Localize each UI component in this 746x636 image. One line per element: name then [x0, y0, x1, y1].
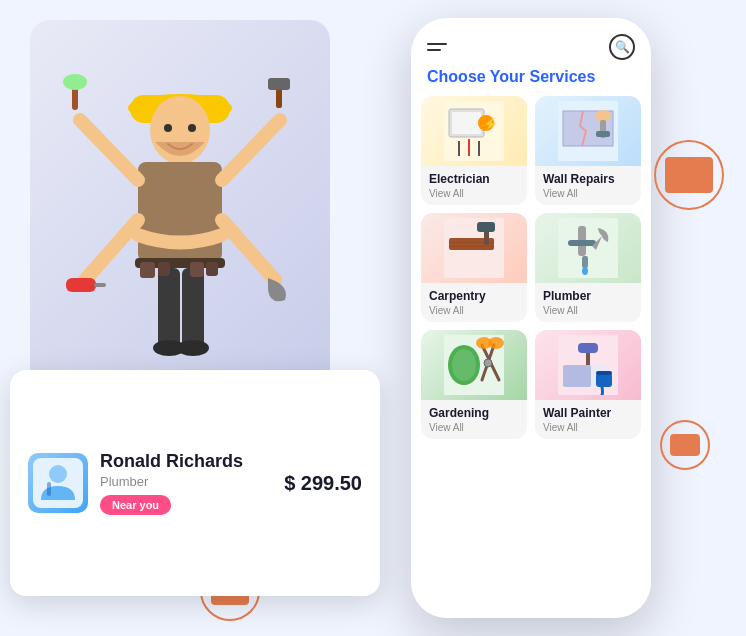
worker-price: $ 299.50: [284, 472, 362, 495]
service-card-gardening[interactable]: Gardening View All: [421, 330, 527, 439]
svg-point-59: [484, 359, 492, 367]
svg-rect-15: [268, 78, 290, 90]
wall-repairs-label: Wall Repairs: [535, 166, 641, 188]
wall-repairs-image: [535, 96, 641, 166]
svg-point-53: [582, 267, 588, 275]
svg-point-56: [452, 349, 476, 381]
deco-circle-mid-right: [660, 420, 710, 470]
svg-text:⚡: ⚡: [483, 116, 498, 131]
service-card-wall-repairs[interactable]: Wall Repairs View All: [535, 96, 641, 205]
svg-point-21: [177, 340, 209, 356]
gardening-image: [421, 330, 527, 400]
worker-info: Ronald Richards Plumber Near you: [100, 451, 274, 515]
wall-painter-name: Wall Painter: [543, 406, 633, 420]
electrician-image: ⚡: [421, 96, 527, 166]
svg-line-11: [222, 220, 275, 280]
plumber-name: Plumber: [543, 289, 633, 303]
svg-rect-16: [66, 278, 96, 292]
worker-name: Ronald Richards: [100, 451, 274, 472]
service-card-wall-painter[interactable]: Wall Painter View All: [535, 330, 641, 439]
svg-rect-17: [94, 283, 106, 287]
gardening-view-all[interactable]: View All: [421, 422, 527, 439]
svg-rect-42: [596, 131, 610, 137]
svg-rect-48: [477, 222, 495, 232]
wall-painter-image: [535, 330, 641, 400]
wall-repairs-view-all[interactable]: View All: [535, 188, 641, 205]
svg-rect-51: [568, 240, 596, 246]
service-card-electrician[interactable]: ⚡ Electrician View All: [421, 96, 527, 205]
worker-card: Ronald Richards Plumber Near you $ 299.5…: [10, 370, 380, 596]
gardening-label: Gardening: [421, 400, 527, 422]
svg-point-3: [164, 124, 172, 132]
svg-rect-49: [558, 218, 618, 278]
svg-point-13: [63, 74, 87, 90]
services-title: Choose Your Services: [411, 68, 651, 96]
service-card-carpentry[interactable]: Carpentry View All: [421, 213, 527, 322]
deco-circle-top-right: [654, 140, 724, 210]
wall-painter-label: Wall Painter: [535, 400, 641, 422]
phone-mockup: 🔍 Choose Your Services ⚡: [411, 18, 651, 618]
svg-line-9: [85, 220, 138, 280]
phone-header: 🔍: [411, 18, 651, 68]
menu-icon[interactable]: [427, 43, 447, 51]
service-card-plumber[interactable]: Plumber View All: [535, 213, 641, 322]
svg-rect-22: [140, 262, 155, 278]
svg-rect-28: [47, 482, 51, 496]
gardening-name: Gardening: [429, 406, 519, 420]
plumber-image: [535, 213, 641, 283]
search-icon[interactable]: 🔍: [609, 34, 635, 60]
svg-rect-18: [158, 268, 180, 348]
electrician-label: Electrician: [421, 166, 527, 188]
svg-rect-66: [563, 365, 591, 387]
svg-rect-19: [182, 268, 204, 348]
wall-repairs-name: Wall Repairs: [543, 172, 633, 186]
phone-screen: 🔍 Choose Your Services ⚡: [411, 18, 651, 618]
svg-rect-52: [582, 256, 588, 268]
worker-role: Plumber: [100, 474, 274, 489]
near-you-badge[interactable]: Near you: [100, 495, 171, 515]
carpentry-image: [421, 213, 527, 283]
deco-rect-top-right: [665, 157, 713, 193]
wall-painter-view-all[interactable]: View All: [535, 422, 641, 439]
carpentry-name: Carpentry: [429, 289, 519, 303]
electrician-view-all[interactable]: View All: [421, 188, 527, 205]
svg-line-10: [222, 120, 280, 180]
carpentry-view-all[interactable]: View All: [421, 305, 527, 322]
svg-point-61: [488, 337, 504, 349]
avatar: [28, 453, 88, 513]
carpentry-label: Carpentry: [421, 283, 527, 305]
svg-rect-31: [452, 112, 481, 134]
svg-rect-64: [578, 343, 598, 353]
plumber-view-all[interactable]: View All: [535, 305, 641, 322]
svg-rect-67: [596, 373, 612, 387]
svg-rect-68: [596, 371, 612, 375]
services-grid: ⚡ Electrician View All: [411, 96, 651, 439]
svg-line-8: [80, 120, 138, 180]
deco-rect-mid-right: [670, 434, 700, 456]
svg-rect-24: [190, 262, 204, 277]
svg-rect-46: [449, 246, 494, 247]
electrician-name: Electrician: [429, 172, 519, 186]
svg-rect-23: [158, 262, 170, 276]
svg-point-4: [188, 124, 196, 132]
plumber-label: Plumber: [535, 283, 641, 305]
svg-point-27: [49, 465, 67, 483]
svg-rect-25: [206, 262, 218, 276]
